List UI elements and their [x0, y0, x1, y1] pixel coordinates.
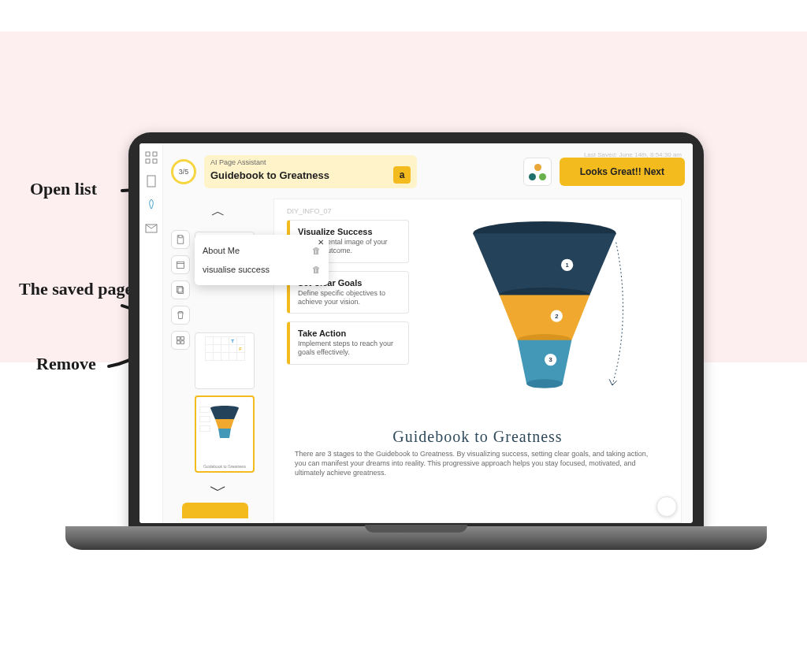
workspace: ︿ — [171, 199, 685, 523]
laptop-bezel: Last Saved: June 14th, 8:54:30 am 3/5 AI… — [128, 132, 704, 534]
more-page-button[interactable] — [171, 331, 190, 350]
open-saved-list-button[interactable] — [171, 255, 190, 274]
editor-canvas: DIY_INFO_07 Visualize Success Create men… — [273, 199, 682, 523]
grid-icon[interactable] — [145, 151, 158, 164]
delete-page-button[interactable] — [171, 306, 190, 325]
step-card[interactable]: Take Action Implement steps to reach you… — [287, 321, 409, 365]
page-tool-column — [171, 230, 190, 350]
svg-point-20 — [526, 379, 563, 388]
app-icon-rail — [139, 143, 163, 523]
page-icon[interactable] — [145, 175, 158, 187]
svg-rect-1 — [153, 152, 157, 156]
svg-rect-9 — [177, 337, 180, 340]
bottom-yellow-bar — [182, 503, 248, 518]
assistant-title[interactable]: Guidebook to Greatness — [210, 169, 389, 181]
trash-icon[interactable]: 🗑 — [312, 246, 321, 255]
svg-rect-4 — [147, 176, 155, 187]
thumbnail-column: ︿ — [171, 199, 266, 523]
saved-page-label: visualise success — [203, 265, 270, 274]
page-thumb[interactable]: T F — [195, 332, 255, 389]
svg-rect-0 — [146, 152, 150, 156]
canvas-description: There are 3 stages to the Guidebook to G… — [295, 449, 660, 477]
help-fab[interactable] — [656, 496, 677, 517]
save-page-button[interactable] — [171, 230, 190, 249]
svg-rect-11 — [177, 341, 180, 344]
palette-dots-icon — [528, 162, 547, 181]
annotation-open-list: Open list — [30, 180, 97, 199]
laptop-notch — [365, 525, 467, 533]
popout-close-button[interactable]: ✕ — [318, 238, 324, 247]
mail-icon[interactable] — [145, 222, 158, 235]
svg-text:1: 1 — [565, 262, 569, 269]
copy-page-button[interactable] — [171, 280, 190, 299]
annotation-saved-page: The saved page — [19, 280, 132, 299]
rocket-icon[interactable] — [145, 199, 158, 211]
canvas-title: Guidebook to Greatness — [287, 428, 668, 446]
svg-rect-12 — [181, 341, 184, 344]
thumb-down-button[interactable]: ﹀ — [171, 476, 266, 506]
assistant-panel: AI Page Assistant Guidebook to Greatness… — [204, 155, 417, 188]
annotation-remove: Remove — [36, 355, 96, 373]
svg-rect-6 — [177, 262, 184, 268]
app-screen: Last Saved: June 14th, 8:54:30 am 3/5 AI… — [139, 143, 693, 523]
trash-icon[interactable]: 🗑 — [312, 265, 321, 274]
svg-text:2: 2 — [555, 313, 558, 320]
saved-pages-popout: ✕ About Me 🗑 visualise success 🗑 — [195, 235, 329, 285]
template-id-label: DIY_INFO_07 — [287, 207, 668, 215]
funnel-graphic: 1 2 3 — [420, 220, 668, 423]
svg-text:3: 3 — [549, 356, 552, 363]
next-button[interactable]: Looks Great!! Next — [560, 158, 685, 186]
palette-button[interactable] — [523, 158, 552, 186]
svg-rect-3 — [153, 159, 157, 163]
assistant-label: AI Page Assistant — [210, 158, 411, 166]
progress-indicator: 3/5 — [171, 159, 196, 184]
step-desc: Implement steps to reach your goals effe… — [298, 340, 400, 358]
laptop-mockup: Last Saved: June 14th, 8:54:30 am 3/5 AI… — [128, 132, 704, 550]
regenerate-icon[interactable]: a — [393, 166, 411, 184]
saved-page-row[interactable]: visualise success 🗑 — [203, 260, 321, 279]
svg-rect-2 — [146, 159, 150, 163]
step-title: Take Action — [298, 329, 400, 338]
topbar: 3/5 AI Page Assistant Guidebook to Great… — [171, 150, 685, 194]
laptop-base — [65, 526, 767, 550]
page-thumb-selected[interactable]: Guidebook to Greatness — [195, 395, 255, 473]
saved-page-row[interactable]: About Me 🗑 — [203, 241, 321, 260]
thumb-up-button[interactable]: ︿ — [171, 199, 266, 224]
saved-page-label: About Me — [203, 246, 240, 255]
step-desc: Define specific objectives to achieve yo… — [298, 289, 400, 307]
svg-rect-10 — [181, 337, 184, 340]
